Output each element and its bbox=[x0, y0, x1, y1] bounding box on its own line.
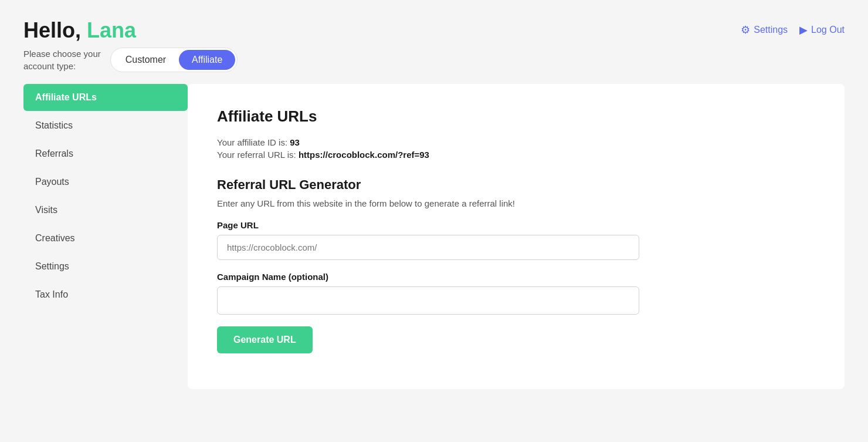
sidebar-item-creatives[interactable]: Creatives bbox=[23, 225, 188, 252]
logout-icon: ▶ bbox=[799, 23, 808, 36]
affiliate-id-value: 93 bbox=[290, 137, 300, 147]
header-right: ⚙ Settings ▶ Log Out bbox=[741, 23, 845, 36]
affiliate-id-info: Your affiliate ID is: 93 bbox=[217, 137, 815, 147]
header-left: Hello, Lana Please choose your account t… bbox=[23, 18, 238, 72]
generator-desc: Enter any URL from this website in the f… bbox=[217, 198, 815, 208]
greeting: Hello, Lana bbox=[23, 18, 238, 43]
generator-title: Referral URL Generator bbox=[217, 177, 815, 193]
sidebar-item-tax-info[interactable]: Tax Info bbox=[23, 281, 188, 308]
campaign-name-group: Campaign Name (optional) bbox=[217, 272, 815, 315]
settings-label: Settings bbox=[754, 25, 788, 35]
account-type-row: Please choose your account type: Custome… bbox=[23, 48, 238, 72]
sidebar-item-referrals[interactable]: Referrals bbox=[23, 140, 188, 167]
logout-link[interactable]: ▶ Log Out bbox=[799, 23, 845, 36]
header: Hello, Lana Please choose your account t… bbox=[23, 18, 845, 72]
sidebar-item-affiliate-urls[interactable]: Affiliate URLs bbox=[23, 84, 188, 111]
greeting-prefix: Hello, bbox=[23, 18, 87, 42]
sidebar-item-payouts[interactable]: Payouts bbox=[23, 168, 188, 195]
settings-link[interactable]: ⚙ Settings bbox=[741, 23, 788, 36]
page-title: Affiliate URLs bbox=[217, 107, 815, 126]
sidebar-item-statistics[interactable]: Statistics bbox=[23, 112, 188, 139]
sidebar: Affiliate URLs Statistics Referrals Payo… bbox=[23, 84, 188, 389]
page-url-label: Page URL bbox=[217, 220, 815, 230]
sidebar-item-settings[interactable]: Settings bbox=[23, 253, 188, 280]
referral-url-link[interactable]: https://crocoblock.com/?ref=93 bbox=[299, 150, 429, 160]
content-area: Affiliate URLs Your affiliate ID is: 93 … bbox=[188, 84, 845, 389]
logout-label: Log Out bbox=[811, 25, 845, 35]
customer-toggle-btn[interactable]: Customer bbox=[113, 50, 179, 70]
account-type-toggle: Customer Affiliate bbox=[110, 48, 238, 72]
page-wrapper: Hello, Lana Please choose your account t… bbox=[0, 0, 868, 442]
campaign-name-label: Campaign Name (optional) bbox=[217, 272, 815, 282]
campaign-name-input[interactable] bbox=[217, 286, 639, 315]
sidebar-item-visits[interactable]: Visits bbox=[23, 197, 188, 224]
main-layout: Affiliate URLs Statistics Referrals Payo… bbox=[23, 84, 845, 389]
page-url-group: Page URL bbox=[217, 220, 815, 260]
gear-icon: ⚙ bbox=[741, 23, 750, 36]
referral-url-info: Your referral URL is: https://crocoblock… bbox=[217, 150, 815, 160]
generate-url-button[interactable]: Generate URL bbox=[217, 326, 313, 353]
affiliate-toggle-btn[interactable]: Affiliate bbox=[179, 50, 235, 70]
page-url-input[interactable] bbox=[217, 235, 639, 260]
user-name: Lana bbox=[87, 18, 136, 42]
account-type-label: Please choose your account type: bbox=[23, 48, 101, 72]
